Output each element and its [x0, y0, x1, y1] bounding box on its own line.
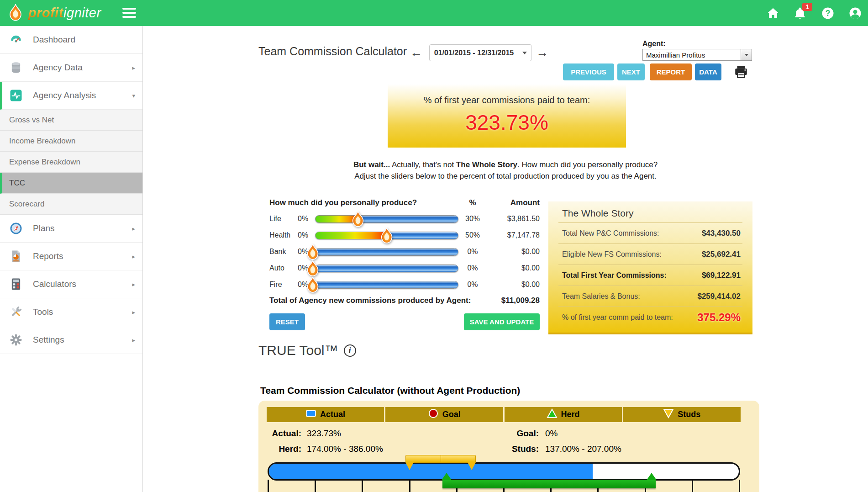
callout-text-part: The Whole Story [456, 160, 517, 169]
producer-row-life: Life0%30%$3,861.50 [269, 211, 540, 227]
producer-row-bank: Bank0%0%$0.00 [269, 244, 540, 260]
total-label: Total of Agency new commissions produced… [269, 296, 471, 305]
producer-header-row: How much did you personally produce? % A… [269, 198, 540, 209]
green-triangle-up-icon [547, 408, 558, 421]
chevron-right-icon: ▸ [132, 225, 135, 232]
legend-actual[interactable]: Actual [267, 407, 384, 422]
account-icon[interactable] [848, 6, 862, 20]
sidebar-item-expense-breakdown[interactable]: Expense Breakdown [0, 152, 142, 173]
next-period-arrow[interactable]: → [536, 46, 548, 60]
commission-summary-box: % of first year commissions paid to team… [388, 84, 626, 148]
info-icon[interactable]: i [344, 344, 356, 357]
sidebar-item-plans[interactable]: Plans▸ [0, 215, 142, 243]
sidebar-item-calculators[interactable]: Calculators▸ [0, 270, 142, 298]
report-button[interactable]: REPORT [650, 63, 692, 80]
save-and-update-button[interactable]: SAVE AND UPDATE [464, 313, 540, 330]
sidebar-item-tcc[interactable]: TCC [0, 173, 142, 194]
settings-icon [9, 333, 23, 347]
date-range-field[interactable]: 01/01/2015 - 12/31/2015 [429, 44, 519, 61]
gauge-studs-min-marker [405, 462, 414, 470]
line-label: Fire [269, 280, 282, 289]
sidebar-item-label: Scorecard [9, 200, 44, 209]
reset-button[interactable]: RESET [269, 313, 305, 330]
sidebar-item-agency-data[interactable]: Agency Data▸ [0, 54, 142, 82]
whole-story-row: % of first year comm paid to team:375.29… [558, 307, 742, 328]
producer-heading: How much did you personally produce? [269, 198, 417, 207]
chevron-right-icon: ▸ [132, 253, 135, 260]
flame-slider-thumb[interactable] [304, 260, 321, 277]
whole-story-row: Total New P&C Commissions:$43,430.50 [558, 222, 742, 243]
top-header: profitigniter 1 ? [0, 0, 868, 26]
next-button[interactable]: NEXT [617, 63, 645, 80]
production-slider-track[interactable] [315, 248, 458, 256]
production-slider-track[interactable] [315, 281, 458, 289]
producer-total-row: Total of Agency new commissions produced… [269, 296, 540, 305]
whole-story-value: $259,414.02 [697, 292, 741, 301]
line-label: Bank [269, 248, 286, 256]
gauge-herd-max-marker [647, 473, 657, 480]
gauge-tick [692, 480, 693, 492]
select-arrow-button [741, 49, 752, 60]
yellow-triangle-down-icon [663, 408, 674, 421]
legend-label: Actual [320, 410, 345, 419]
whole-story-label: Eligible New FS Commissions: [562, 250, 702, 259]
sidebar-item-label: Dashboard [33, 35, 75, 45]
sidebar-item-tools[interactable]: Tools▸ [0, 298, 142, 326]
sidebar-item-income-breakdown[interactable]: Income Breakdown [0, 131, 142, 152]
whole-story-row: Total First Year Commissions:$69,122.91 [558, 265, 742, 286]
flame-slider-thumb[interactable] [349, 211, 367, 228]
total-amount: $11,009.28 [467, 296, 540, 305]
notifications-bell-icon[interactable]: 1 [793, 6, 807, 20]
help-icon[interactable]: ? [821, 6, 835, 20]
sidebar-item-settings[interactable]: Settings▸ [0, 326, 142, 354]
sidebar-item-label: Expense Breakdown [9, 158, 80, 167]
legend-goal[interactable]: Goal [385, 407, 503, 422]
line-label: Health [269, 231, 290, 239]
flame-slider-thumb[interactable] [304, 243, 321, 261]
production-slider-track[interactable] [315, 215, 458, 223]
production-slider-track[interactable] [315, 265, 458, 272]
whole-story-label: Total New P&C Commissions: [562, 229, 702, 238]
agent-select[interactable]: Maximillian Profitus [642, 49, 752, 61]
flame-slider-thumb[interactable] [304, 276, 321, 294]
chevron-down-icon [522, 52, 527, 54]
summary-value: 323.73% [388, 110, 626, 135]
sidebar-item-gross-vs-net[interactable]: Gross vs Net [0, 110, 142, 131]
sidebar-item-reports[interactable]: Reports▸ [0, 243, 142, 270]
database-icon [9, 61, 23, 74]
data-button[interactable]: DATA [695, 63, 721, 80]
print-icon[interactable] [733, 64, 749, 79]
page-title: Team Commission Calculator [258, 45, 407, 58]
line-amount-value: $3,861.50 [476, 215, 540, 223]
whole-story-value: 375.29% [697, 311, 741, 324]
chevron-right-icon: ▸ [132, 337, 135, 344]
gauge-studs-range [405, 455, 476, 463]
slider-fill [316, 232, 387, 239]
stat-label-herd: Herd: [228, 444, 301, 454]
callout-line2: Adjust the sliders below to the percent … [258, 170, 752, 182]
whole-story-title: The Whole Story [548, 201, 752, 222]
chevron-right-icon: ▸ [132, 64, 135, 71]
legend-studs[interactable]: Studs [623, 407, 741, 422]
date-range-dropdown-button[interactable] [518, 44, 531, 61]
sidebar-item-dashboard[interactable]: Dashboard [0, 26, 142, 54]
red-circle-icon [428, 408, 439, 421]
callout-text: But wait... Actually, that's not The Who… [258, 159, 752, 182]
line-amount-value: $0.00 [476, 248, 540, 256]
true-tool-heading: TRUE Tool™ i [258, 343, 356, 358]
brand-logo[interactable]: profitigniter [6, 4, 101, 22]
legend-label: Goal [442, 410, 461, 419]
whole-story-value: $43,430.50 [702, 229, 741, 238]
sidebar-item-scorecard[interactable]: Scorecard [0, 194, 142, 215]
home-icon[interactable] [766, 6, 780, 20]
tcc-legend-bar: ActualGoalHerdStuds [267, 407, 741, 422]
chevron-right-icon: ▸ [132, 309, 135, 316]
previous-period-arrow[interactable]: ← [410, 46, 422, 60]
flame-slider-thumb[interactable] [378, 227, 395, 244]
amount-column-header: Amount [476, 198, 540, 207]
sidebar-item-agency-analysis[interactable]: Agency Analysis▾ [0, 82, 142, 110]
hamburger-menu-icon[interactable] [122, 8, 136, 18]
whole-story-panel: The Whole Story Total New P&C Commission… [548, 201, 752, 334]
legend-herd[interactable]: Herd [505, 407, 622, 422]
previous-button[interactable]: PREVIOUS [563, 63, 614, 80]
